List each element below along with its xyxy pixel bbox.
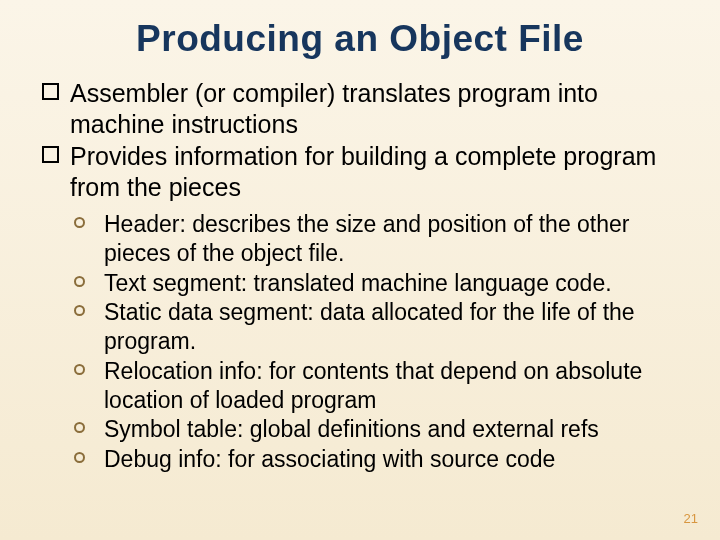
sub-text: Debug info: for associating with source …	[104, 446, 555, 472]
circle-bullet-icon	[74, 364, 85, 375]
sub-symbol-table: Symbol table: global definitions and ext…	[74, 415, 690, 444]
sub-text: Symbol table: global definitions and ext…	[104, 416, 599, 442]
square-bullet-icon	[42, 83, 59, 100]
sub-header: Header: describes the size and position …	[74, 210, 690, 268]
sub-bullet-list: Header: describes the size and position …	[74, 210, 690, 474]
bullet-text: Provides information for building a comp…	[70, 142, 656, 201]
sub-text: Static data segment: data allocated for …	[104, 299, 635, 354]
circle-bullet-icon	[74, 276, 85, 287]
bullet-text: Assembler (or compiler) translates progr…	[70, 79, 598, 138]
bullet-assembler: Assembler (or compiler) translates progr…	[42, 78, 690, 139]
sub-text: Header: describes the size and position …	[104, 211, 630, 266]
sub-static-data: Static data segment: data allocated for …	[74, 298, 690, 356]
sub-text: Text segment: translated machine languag…	[104, 270, 612, 296]
circle-bullet-icon	[74, 305, 85, 316]
slide-title: Producing an Object File	[30, 18, 690, 60]
sub-relocation: Relocation info: for contents that depen…	[74, 357, 690, 415]
circle-bullet-icon	[74, 422, 85, 433]
circle-bullet-icon	[74, 452, 85, 463]
sub-debug-info: Debug info: for associating with source …	[74, 445, 690, 474]
page-number: 21	[684, 511, 698, 526]
bullet-provides: Provides information for building a comp…	[42, 141, 690, 202]
circle-bullet-icon	[74, 217, 85, 228]
main-bullet-list: Assembler (or compiler) translates progr…	[42, 78, 690, 202]
sub-text: Relocation info: for contents that depen…	[104, 358, 642, 413]
sub-text-segment: Text segment: translated machine languag…	[74, 269, 690, 298]
square-bullet-icon	[42, 146, 59, 163]
